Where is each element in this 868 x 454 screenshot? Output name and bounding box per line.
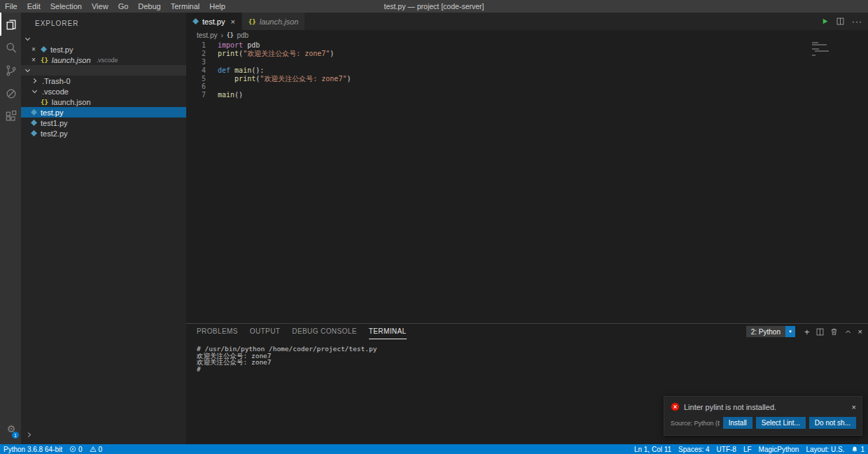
settings-badge: 1 [12,432,19,439]
close-icon[interactable]: × [30,56,37,64]
code-token [218,75,234,83]
tree-item-trash-0[interactable]: .Trash-0 [21,76,186,86]
editor-tab-bar: test.py×{}launch.json ··· [186,13,868,30]
panel-tab-debug-console[interactable]: DEBUG CONSOLE [292,324,356,339]
code-token: "欢迎关注公众号: zone7" [243,50,330,57]
debug-icon [4,87,18,101]
menu-terminal[interactable]: Terminal [166,2,205,10]
close-panel-icon[interactable]: × [858,327,862,336]
code-token: import [218,41,243,49]
status-python-version[interactable]: Python 3.6.8 64-bit [0,444,66,454]
code-line-2: 2print("欢迎关注公众号: zone7") [186,50,868,58]
code-token: ) [330,50,334,57]
python-icon [31,130,37,136]
activity-bottom: ⚙ 1 [0,417,21,440]
breadcrumb-symbol[interactable]: pdb [237,31,248,39]
menu-go[interactable]: Go [113,2,134,10]
status-language-mode[interactable]: MagicPython [755,444,803,454]
tree-item-test-py[interactable]: test.py [21,107,186,118]
menu-help[interactable]: Help [204,2,230,10]
tree-item-vscode[interactable]: .vscode [21,86,186,97]
chevron-down-icon [31,87,38,95]
split-editor-icon[interactable] [836,17,844,25]
code-editor[interactable]: 1import pdb2print("欢迎关注公众号: zone7")34def… [186,40,868,323]
tree-item-test2-py[interactable]: test2.py [21,128,186,139]
breadcrumb[interactable]: test.py › {} pdb [186,30,868,40]
open-editors-header[interactable] [21,34,186,44]
breadcrumb-file[interactable]: test.py [197,31,217,39]
python-icon [41,46,47,52]
menu-view[interactable]: View [87,2,113,10]
chevron-right-icon [25,431,33,439]
code-text: import pdb [218,41,260,50]
kill-terminal-icon[interactable] [830,327,838,336]
split-terminal-icon[interactable] [816,328,824,336]
status-bar: Python 3.6.8 64-bit00 Ln 1, Col 11Spaces… [0,444,868,454]
close-icon[interactable]: × [30,45,37,53]
tree-item-launch-json[interactable]: {}launch.json [21,97,186,107]
status-problems-errors[interactable]: 0 [66,444,86,454]
code-line-4: 4def main(): [186,66,868,75]
sidebar-bottom-chevron[interactable] [25,429,33,441]
menu-file[interactable]: File [0,2,22,10]
status-problems-warnings[interactable]: 0 [86,444,106,454]
open-editor-label: launch.json [52,56,91,64]
menu-debug[interactable]: Debug [133,2,165,10]
minimap[interactable] [812,42,857,57]
activity-explorer[interactable] [0,13,21,36]
code-token: ) [346,75,351,83]
open-editor-test-py[interactable]: ×test.py [21,44,186,55]
code-token: pdb [243,41,260,49]
activity-search[interactable] [0,36,21,59]
json-icon: {} [41,99,48,106]
notification-buttons: InstallSelect Lint...Do not sh... [723,417,856,429]
tab-launch-json[interactable]: {}launch.json [242,13,306,30]
close-tab-icon[interactable]: × [230,17,234,26]
panel-tab-output[interactable]: OUTPUT [250,324,281,339]
project-section-header[interactable] [21,65,186,76]
activity-extensions[interactable] [0,105,21,128]
file-tree: .Trash-0.vscode{}launch.jsontest.pytest1… [21,76,186,139]
run-icon[interactable] [821,17,829,25]
more-actions-icon[interactable]: ··· [852,17,862,27]
status-encoding[interactable]: UTF-8 [713,444,740,454]
activity-debug[interactable] [0,82,21,105]
tabs: test.py×{}launch.json [186,13,305,30]
menu-edit[interactable]: Edit [22,2,46,10]
python-icon [31,120,37,126]
editor-group: test.py×{}launch.json ··· test.py › {} p… [186,13,868,444]
code-token: main [234,66,251,74]
status-encoding-label: UTF-8 [717,446,736,453]
close-notification-icon[interactable]: × [852,403,856,411]
panel-tab-problems[interactable]: PROBLEMS [197,324,238,339]
terminal-picker[interactable]: 2: Python ▼ [746,326,795,337]
notification-toast: Linter pylint is not installed. × Source… [664,396,862,436]
status-warning-icon [90,446,97,453]
menu-selection[interactable]: Selection [46,2,87,10]
open-editor-launch-json[interactable]: ×{}launch.json.vscode [21,55,186,65]
settings-gear-button[interactable]: ⚙ 1 [0,417,21,440]
status-problems-errors-label: 0 [78,446,83,453]
status-cursor-position[interactable]: Ln 1, Col 11 [631,444,675,454]
sidebar-title: EXPLORER [21,13,186,34]
status-keyboard-layout[interactable]: Layout: U.S. [802,444,848,454]
notification-message: Linter pylint is not installed. [684,403,848,411]
tree-item-test1-py[interactable]: test1.py [21,118,186,128]
activity-source-control[interactable] [0,59,21,82]
notification-button-install[interactable]: Install [723,417,752,429]
code-text: print("欢迎关注公众号: zone7") [218,50,334,58]
terminal-line: 欢迎关注公众号: zone7 [197,359,868,366]
status-notifications-bell[interactable]: 1 [848,444,868,454]
maximize-panel-icon[interactable] [844,328,852,336]
editor-actions: ··· [821,13,862,30]
notification-source: Source: Python (Exte... [671,420,720,427]
new-terminal-icon[interactable]: + [804,327,810,337]
panel-tab-terminal[interactable]: TERMINAL [369,324,407,339]
breadcrumb-separator-icon: › [220,31,223,39]
status-eol[interactable]: LF [740,444,755,454]
tab-test-py[interactable]: test.py× [186,13,242,30]
json-icon: {} [41,57,48,64]
notification-button-do-not-sh[interactable]: Do not sh... [809,417,856,429]
status-indentation[interactable]: Spaces: 4 [675,444,713,454]
notification-button-select-lint[interactable]: Select Lint... [756,417,806,429]
